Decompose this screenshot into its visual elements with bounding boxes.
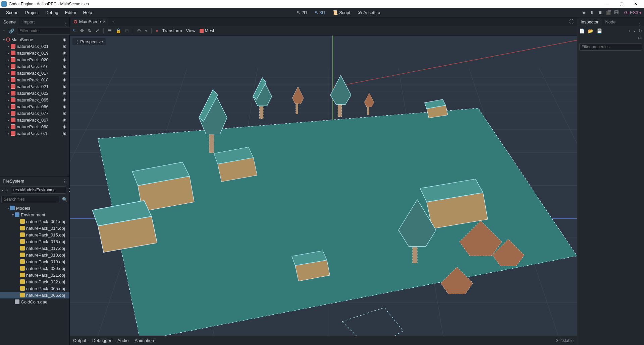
visibility-icon[interactable]: ◉ [61, 124, 68, 129]
fs-file-row[interactable]: naturePack_015.obj [0, 231, 69, 238]
scene-node-row[interactable]: ▸naturePack_017◉ [0, 70, 69, 76]
scene-tab-mainscene[interactable]: MainScene × [71, 18, 108, 25]
nav-back-icon[interactable]: ‹ [1, 188, 4, 193]
workspace-script-button[interactable]: 📜Script [329, 10, 354, 15]
menu-help[interactable]: Help [80, 10, 96, 15]
load-resource-icon[interactable]: 📂 [588, 28, 593, 33]
scene-node-row[interactable]: ▸naturePack_067◉ [0, 117, 69, 123]
chevron-right-icon[interactable]: ▸ [6, 51, 11, 55]
play-button[interactable]: ▶ [581, 9, 587, 15]
menu-project[interactable]: Project [22, 10, 42, 15]
distraction-free-icon[interactable]: ⛶ [567, 19, 576, 24]
bottom-tab-debugger[interactable]: Debugger [92, 338, 111, 343]
add-scene-tab-icon[interactable]: ＋ [111, 19, 115, 25]
fs-file-row[interactable]: naturePack_065.obj [0, 285, 69, 292]
stop-button[interactable]: ⏹ [597, 9, 603, 15]
scene-node-row[interactable]: ▸naturePack_022◉ [0, 90, 69, 96]
fs-file-row[interactable]: naturePack_014.obj [0, 225, 69, 231]
chevron-right-icon[interactable]: ▸ [6, 112, 11, 115]
visibility-icon[interactable]: ◉ [61, 77, 68, 82]
rotate-tool-icon[interactable]: ↻ [88, 28, 92, 33]
scene-node-row[interactable]: ▸naturePack_075◉ [0, 130, 69, 137]
tab-inspector[interactable]: Inspector [577, 18, 602, 26]
chevron-right-icon[interactable]: ▸ [6, 58, 11, 62]
menu-scene[interactable]: Scene [3, 10, 22, 15]
chevron-right-icon[interactable]: ▸ [6, 98, 11, 102]
scene-node-row[interactable]: ▸naturePack_077◉ [0, 110, 69, 117]
fs-file-row[interactable]: naturePack_020.obj [0, 265, 69, 272]
move-tool-icon[interactable]: ✥ [80, 28, 84, 33]
perspective-toggle[interactable]: ⋮ Perspective [72, 38, 106, 45]
scale-tool-icon[interactable]: ⤢ [96, 28, 99, 33]
scene-tree[interactable]: ▾ MainScene ◉ ▸naturePack_001◉▸naturePac… [0, 36, 69, 177]
filesystem-path-input[interactable] [11, 186, 66, 194]
tab-import[interactable]: Import [19, 18, 38, 26]
visibility-icon[interactable]: ◉ [61, 37, 68, 42]
filter-properties-input[interactable] [579, 43, 642, 51]
3d-viewport[interactable]: ⋮ Perspective [70, 36, 577, 336]
chevron-right-icon[interactable]: ▸ [6, 78, 11, 82]
scene-node-row[interactable]: ▸naturePack_068◉ [0, 123, 69, 130]
menu-editor[interactable]: Editor [62, 10, 80, 15]
minimize-button[interactable]: ─ [600, 0, 614, 8]
maximize-button[interactable]: ▢ [614, 0, 629, 8]
visibility-icon[interactable]: ◉ [61, 84, 68, 89]
instance-scene-icon[interactable]: 🔗 [9, 28, 14, 33]
visibility-icon[interactable]: ◉ [61, 71, 68, 75]
visibility-icon[interactable]: ◉ [61, 64, 68, 69]
chevron-down-icon[interactable]: ▾ [6, 206, 10, 210]
history-fwd-icon[interactable]: › [634, 28, 635, 33]
history-icon[interactable]: ↻ [638, 28, 642, 33]
visibility-icon[interactable]: ◉ [61, 104, 68, 109]
list-select-icon[interactable]: ☰ [108, 28, 112, 33]
transform-menu[interactable]: Transform [162, 28, 182, 33]
visibility-icon[interactable]: ◉ [61, 131, 68, 136]
scene-root-row[interactable]: ▾ MainScene ◉ [0, 36, 69, 43]
scene-node-row[interactable]: ▸naturePack_020◉ [0, 56, 69, 63]
search-icon[interactable]: 🔍 [61, 197, 68, 202]
chevron-right-icon[interactable]: ▸ [6, 85, 11, 88]
scene-node-row[interactable]: ▸naturePack_065◉ [0, 96, 69, 103]
group-icon[interactable]: ⊞ [125, 28, 129, 33]
chevron-right-icon[interactable]: ▸ [6, 71, 11, 75]
view-menu[interactable]: View [186, 28, 196, 33]
scene-node-row[interactable]: ▸naturePack_001◉ [0, 43, 69, 50]
camera-override-icon[interactable]: ● [156, 28, 158, 33]
visibility-icon[interactable]: ◉ [61, 97, 68, 102]
scene-panel-menu-icon[interactable]: ⋮ [61, 21, 69, 26]
fs-file-row[interactable]: naturePack_016.obj [0, 238, 69, 245]
workspace-2d-button[interactable]: ↖2D [293, 10, 311, 15]
lock-icon[interactable]: 🔒 [116, 28, 121, 33]
chevron-right-icon[interactable]: ▸ [6, 105, 11, 109]
add-node-icon[interactable]: ＋ [2, 28, 6, 34]
chevron-right-icon[interactable]: ▸ [6, 65, 11, 68]
visibility-icon[interactable]: ◉ [61, 51, 68, 55]
workspace-assetlib-button[interactable]: 🛍AssetLib [354, 10, 383, 15]
filesystem-panel-menu-icon[interactable]: ⋮ [62, 179, 67, 184]
pause-button[interactable]: ⏸ [589, 9, 595, 15]
inspector-panel-menu-icon[interactable]: ⋮ [636, 21, 644, 26]
filter-nodes-input[interactable] [17, 27, 72, 34]
nav-forward-icon[interactable]: › [6, 188, 9, 193]
fs-file-row[interactable]: naturePack_001.obj [0, 218, 69, 225]
scene-node-row[interactable]: ▸naturePack_019◉ [0, 50, 69, 56]
chevron-down-icon[interactable]: ▾ [11, 213, 15, 217]
select-tool-icon[interactable]: ↖ [72, 28, 76, 33]
bottom-tab-audio[interactable]: Audio [117, 338, 128, 343]
close-button[interactable]: ✕ [629, 0, 643, 8]
bottom-tab-output[interactable]: Output [73, 338, 86, 343]
fs-file-row[interactable]: naturePack_017.obj [0, 245, 69, 252]
fs-file-row[interactable]: naturePack_019.obj [0, 258, 69, 265]
close-tab-icon[interactable]: × [103, 19, 106, 24]
chevron-right-icon[interactable]: ▸ [6, 125, 11, 129]
visibility-icon[interactable]: ◉ [61, 57, 68, 62]
scene-node-row[interactable]: ▸naturePack_066◉ [0, 103, 69, 110]
local-coords-icon[interactable]: ⊕ [137, 28, 141, 33]
visibility-icon[interactable]: ◉ [61, 44, 68, 49]
chevron-right-icon[interactable]: ▸ [6, 45, 11, 48]
fs-file-goldcoin[interactable]: GoldCoin.dae [0, 298, 69, 305]
fs-file-row[interactable]: naturePack_066.obj [0, 292, 69, 298]
menu-debug[interactable]: Debug [42, 10, 61, 15]
fs-file-row[interactable]: naturePack_018.obj [0, 252, 69, 258]
fs-file-row[interactable]: naturePack_021.obj [0, 272, 69, 278]
